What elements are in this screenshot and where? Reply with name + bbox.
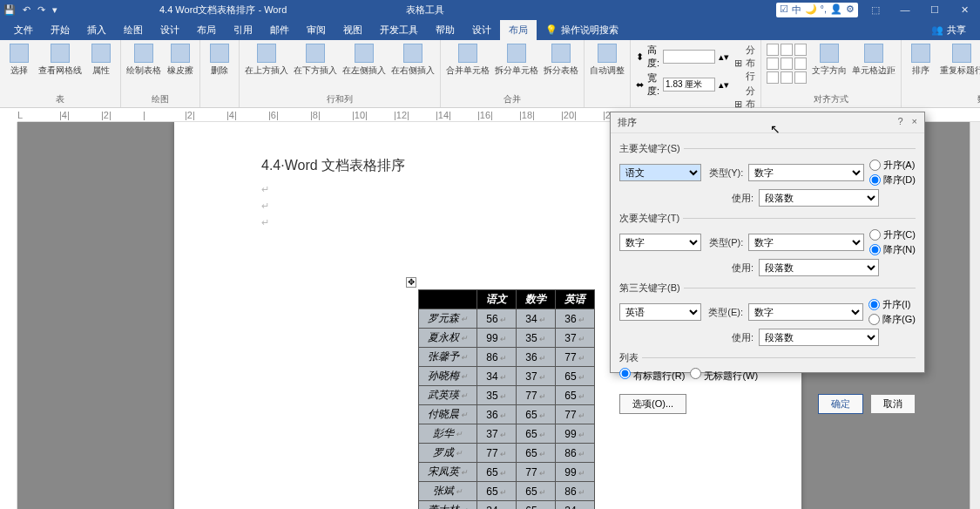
- tab-draw[interactable]: 绘图: [115, 20, 152, 40]
- split-cells-button[interactable]: 拆分单元格: [495, 44, 538, 77]
- table-row[interactable]: 孙晓梅↵34↵37↵65↵: [419, 367, 595, 386]
- table-move-handle[interactable]: ✥: [406, 277, 416, 288]
- maximize-icon[interactable]: ☐: [923, 4, 947, 16]
- table-cell[interactable]: 77↵: [477, 444, 517, 463]
- table-cell[interactable]: 彭华↵: [419, 424, 477, 444]
- key2-desc-radio[interactable]: 降序(N): [869, 243, 916, 256]
- tab-design[interactable]: 设计: [152, 20, 188, 40]
- tab-file[interactable]: 文件: [5, 20, 42, 40]
- share-button[interactable]: 👥 共享: [923, 24, 975, 37]
- table-cell[interactable]: 夏永权↵: [419, 329, 477, 348]
- help-icon[interactable]: ?: [897, 116, 902, 129]
- table-row[interactable]: 付晓晨↵36↵65↵77↵: [419, 405, 595, 424]
- table-cell[interactable]: 77↵: [556, 348, 595, 367]
- gridlines-button[interactable]: 查看网格线: [38, 44, 82, 77]
- table-cell[interactable]: 34↵: [477, 501, 517, 510]
- table-cell[interactable]: 77↵: [556, 405, 595, 424]
- tab-layout[interactable]: 布局: [188, 20, 225, 40]
- table-row[interactable]: 罗元森↵56↵34↵36↵: [419, 309, 595, 329]
- table-cell[interactable]: 99↵: [477, 329, 517, 348]
- ruler-vertical[interactable]: [0, 122, 17, 509]
- distribute-rows-button[interactable]: ⊞分布行: [734, 44, 755, 83]
- table-cell[interactable]: 罗成↵: [419, 444, 477, 463]
- ribbon-options-icon[interactable]: ⬚: [863, 4, 888, 16]
- width-input[interactable]: [663, 78, 715, 92]
- key1-field-select[interactable]: 语文: [619, 164, 701, 181]
- scrollbar-vertical[interactable]: [970, 122, 980, 509]
- dialog-titlebar[interactable]: 排序 ? ×: [611, 112, 924, 133]
- table-row[interactable]: 宋凤英↵65↵77↵99↵: [419, 463, 595, 482]
- key3-use-select[interactable]: 段落数: [759, 329, 879, 346]
- key2-type-select[interactable]: 数字: [748, 234, 863, 251]
- table-cell[interactable]: 36↵: [556, 309, 595, 329]
- table-cell[interactable]: 65↵: [517, 405, 556, 424]
- table-row[interactable]: 张馨予↵86↵36↵77↵: [419, 348, 595, 367]
- table-header[interactable]: 语文: [477, 290, 517, 309]
- table-cell[interactable]: 65↵: [517, 501, 556, 510]
- table-cell[interactable]: 孙晓梅↵: [419, 367, 477, 386]
- cell-margins-button[interactable]: 单元格边距: [852, 44, 896, 77]
- options-button[interactable]: 选项(O)...: [619, 394, 686, 414]
- autofit-button[interactable]: 自动调整: [590, 44, 625, 77]
- ime-toolbar[interactable]: ☑中🌙°,👤⚙: [776, 3, 858, 17]
- table-cell[interactable]: 65↵: [517, 444, 556, 463]
- table-header[interactable]: [419, 290, 477, 309]
- table-cell[interactable]: 99↵: [556, 463, 595, 482]
- delete-button[interactable]: 删除: [206, 44, 233, 77]
- table-cell[interactable]: 付晓晨↵: [419, 405, 477, 424]
- save-icon[interactable]: 💾: [3, 4, 16, 16]
- tab-mailings[interactable]: 邮件: [261, 20, 298, 40]
- key2-asc-radio[interactable]: 升序(C): [869, 228, 916, 241]
- split-table-button[interactable]: 拆分表格: [544, 44, 578, 77]
- table-cell[interactable]: 36↵: [477, 405, 517, 424]
- table-cell[interactable]: 86↵: [556, 482, 595, 501]
- sort-button[interactable]: 排序: [907, 44, 935, 77]
- minimize-icon[interactable]: —: [893, 4, 917, 15]
- table-cell[interactable]: 张斌↵: [419, 482, 477, 501]
- table-cell[interactable]: 99↵: [556, 424, 595, 444]
- table-cell[interactable]: 37↵: [477, 424, 517, 444]
- table-cell[interactable]: 56↵: [477, 309, 517, 329]
- tab-insert[interactable]: 插入: [78, 20, 115, 40]
- tell-me-search[interactable]: 💡 操作说明搜索: [545, 24, 618, 37]
- undo-icon[interactable]: ↶: [23, 4, 30, 16]
- tab-table-design[interactable]: 设计: [463, 20, 500, 40]
- table-cell[interactable]: 65↵: [477, 463, 517, 482]
- eraser-button[interactable]: 橡皮擦: [166, 44, 194, 77]
- table-cell[interactable]: 86↵: [477, 348, 517, 367]
- table-row[interactable]: 罗成↵77↵65↵86↵: [419, 444, 595, 463]
- ok-button[interactable]: 确定: [818, 394, 863, 414]
- table-cell[interactable]: 77↵: [517, 463, 556, 482]
- table-cell[interactable]: 34↵: [477, 367, 517, 386]
- table-cell[interactable]: 77↵: [517, 386, 556, 405]
- table-row[interactable]: 夏永权↵99↵35↵37↵: [419, 329, 595, 348]
- table-cell[interactable]: 董太林↵: [419, 501, 477, 510]
- key3-desc-radio[interactable]: 降序(G): [868, 313, 916, 326]
- insert-right-button[interactable]: 在右侧插入: [391, 44, 435, 77]
- tab-help[interactable]: 帮助: [427, 20, 463, 40]
- table-cell[interactable]: 65↵: [517, 424, 556, 444]
- key3-field-select[interactable]: 英语: [619, 303, 701, 321]
- key1-asc-radio[interactable]: 升序(A): [869, 159, 916, 172]
- text-direction-button[interactable]: 文字方向: [812, 44, 847, 77]
- table-cell[interactable]: 35↵: [477, 386, 517, 405]
- table-cell[interactable]: 86↵: [556, 444, 595, 463]
- table-cell[interactable]: 张馨予↵: [419, 348, 477, 367]
- key1-use-select[interactable]: 段落数: [759, 189, 879, 207]
- table-header[interactable]: 数学: [517, 290, 556, 309]
- key1-type-select[interactable]: 数字: [748, 164, 863, 181]
- table-cell[interactable]: 37↵: [517, 367, 556, 386]
- select-button[interactable]: 选择: [5, 44, 33, 77]
- key1-desc-radio[interactable]: 降序(D): [869, 173, 916, 187]
- height-input[interactable]: [663, 50, 715, 64]
- cancel-button[interactable]: 取消: [870, 394, 916, 414]
- key3-asc-radio[interactable]: 升序(I): [868, 298, 916, 311]
- table-cell[interactable]: 34↵: [517, 309, 556, 329]
- table-row[interactable]: 董太林↵34↵65↵34↵: [419, 501, 595, 510]
- merge-cells-button[interactable]: 合并单元格: [446, 44, 490, 77]
- table-cell[interactable]: 35↵: [517, 329, 556, 348]
- table-cell[interactable]: 罗元森↵: [419, 309, 477, 329]
- table-row[interactable]: 武英瑛↵35↵77↵65↵: [419, 386, 595, 405]
- key3-type-select[interactable]: 数字: [748, 303, 863, 321]
- tab-review[interactable]: 审阅: [298, 20, 335, 40]
